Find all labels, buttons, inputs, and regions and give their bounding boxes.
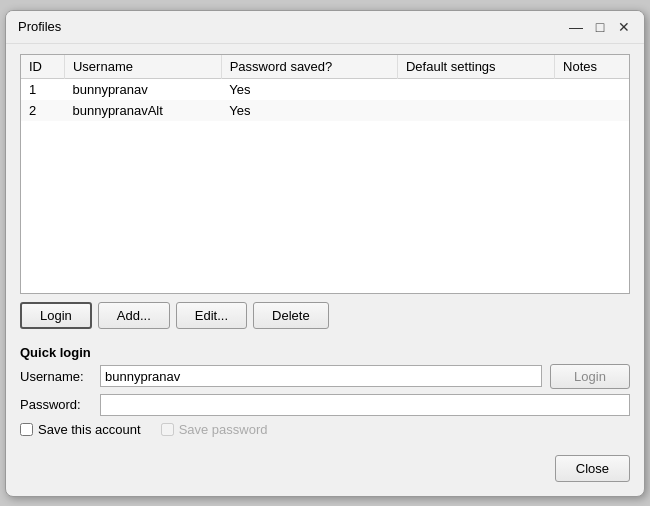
quick-login-button[interactable]: Login	[550, 364, 630, 389]
quick-login-label: Quick login	[20, 345, 630, 360]
save-account-checkbox-label[interactable]: Save this account	[20, 422, 141, 437]
cell-default-settings	[397, 78, 554, 100]
col-header-id: ID	[21, 55, 64, 79]
profiles-table-container[interactable]: ID Username Password saved? Default sett…	[20, 54, 630, 294]
bottom-row: Close	[20, 455, 630, 482]
save-password-checkbox-label[interactable]: Save password	[161, 422, 268, 437]
col-header-notes: Notes	[555, 55, 629, 79]
save-password-label: Save password	[179, 422, 268, 437]
window-body: ID Username Password saved? Default sett…	[6, 44, 644, 496]
username-input[interactable]	[100, 365, 542, 387]
window-controls: — □ ✕	[568, 19, 632, 35]
col-header-password: Password saved?	[221, 55, 397, 79]
checkbox-row: Save this account Save password	[20, 422, 630, 437]
cell-password-saved: Yes	[221, 100, 397, 121]
table-row[interactable]: 1 bunnypranav Yes	[21, 78, 629, 100]
cell-id: 2	[21, 100, 64, 121]
maximize-button[interactable]: □	[592, 19, 608, 35]
action-buttons: Login Add... Edit... Delete	[20, 302, 630, 329]
profiles-table: ID Username Password saved? Default sett…	[21, 55, 629, 121]
username-row: Username: Login	[20, 364, 630, 389]
table-header-row: ID Username Password saved? Default sett…	[21, 55, 629, 79]
table-row[interactable]: 2 bunnypranavAlt Yes	[21, 100, 629, 121]
add-button[interactable]: Add...	[98, 302, 170, 329]
window-title: Profiles	[18, 19, 61, 34]
password-input[interactable]	[100, 394, 630, 416]
cell-notes	[555, 100, 629, 121]
save-account-checkbox[interactable]	[20, 423, 33, 436]
password-label: Password:	[20, 397, 100, 412]
delete-button[interactable]: Delete	[253, 302, 329, 329]
cell-default-settings	[397, 100, 554, 121]
title-bar: Profiles — □ ✕	[6, 11, 644, 44]
cell-id: 1	[21, 78, 64, 100]
close-window-button[interactable]: Close	[555, 455, 630, 482]
minimize-button[interactable]: —	[568, 19, 584, 35]
save-account-label: Save this account	[38, 422, 141, 437]
username-label: Username:	[20, 369, 100, 384]
cell-username: bunnypranavAlt	[64, 100, 221, 121]
login-button[interactable]: Login	[20, 302, 92, 329]
cell-notes	[555, 78, 629, 100]
quick-login-section: Quick login Username: Login Password: Sa…	[20, 339, 630, 443]
save-password-checkbox[interactable]	[161, 423, 174, 436]
col-header-default: Default settings	[397, 55, 554, 79]
close-button[interactable]: ✕	[616, 19, 632, 35]
col-header-username: Username	[64, 55, 221, 79]
profiles-window: Profiles — □ ✕ ID Username Password save…	[5, 10, 645, 497]
password-row: Password:	[20, 394, 630, 416]
cell-username: bunnypranav	[64, 78, 221, 100]
edit-button[interactable]: Edit...	[176, 302, 247, 329]
cell-password-saved: Yes	[221, 78, 397, 100]
